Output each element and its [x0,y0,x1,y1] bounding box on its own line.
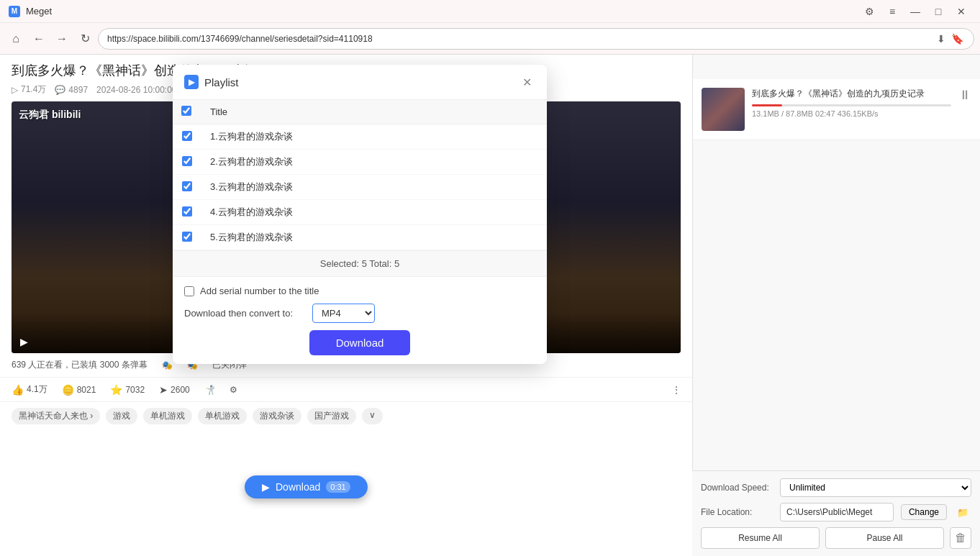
playlist-row: 1.云狗君的游戏杂谈 [173,124,547,150]
row-checkbox-cell [173,175,201,200]
download-item-title: 到底多火爆？《黑神话》创造的九项历史记录 [752,88,951,100]
folder-icon[interactable]: 📁 [954,503,971,521]
pause-download-button[interactable]: ⏸ [958,88,971,103]
tag-misc[interactable]: 游戏杂谈 [253,408,301,424]
serial-number-checkbox[interactable] [184,286,194,296]
file-location-label: File Location: [701,507,773,517]
delete-button[interactable]: 🗑 [950,527,971,549]
close-button[interactable]: ✕ [951,4,971,19]
tag-main[interactable]: 黑神话天命人来也 › [12,408,100,424]
title-column-header: Title [201,100,547,124]
right-panel-bottom-controls: Download Speed: Unlimited File Location:… [692,470,980,556]
download-thumb [702,88,745,131]
row-title-1: 2.云狗君的游戏杂谈 [201,150,547,175]
comment-count: 💬 4897 [55,85,88,95]
row-checkbox-cell [173,225,201,250]
row-title-4: 5.云狗君的游戏杂谈 [201,225,547,250]
home-button[interactable]: ⌂ [6,29,26,49]
tag-domestic[interactable]: 国产游戏 [307,408,356,424]
app-icon: M [9,6,20,17]
resume-all-button[interactable]: Resume All [701,527,820,549]
right-panel: 到底多火爆？《黑神话》创造的九项历史记录 13.1MB / 87.8MB 02:… [692,55,980,556]
row-checkbox-2[interactable] [182,181,192,191]
playlist-row: 5.云狗君的游戏杂谈 [173,225,547,250]
playlist-row: 4.云狗君的游戏杂谈 [173,200,547,225]
play-icon[interactable]: ▶ [20,336,28,347]
convert-row: Download then convert to: MP4 MKV AVI MP… [184,304,535,323]
forward-button[interactable]: → [52,29,72,49]
url-bar: ⬇ 🔖 [98,28,974,50]
view-count: ▷ 71.4万 [12,83,46,96]
select-all-checkbox[interactable] [181,106,191,116]
select-all-header [173,100,201,124]
share-button[interactable]: ➤ 2600 [159,384,190,396]
bookmark-icon[interactable]: 🔖 [949,31,965,47]
file-location-path: C:\Users\Public\Meget [780,503,894,521]
url-input[interactable] [107,34,933,44]
summary-text: Selected: 5 Total: 5 [320,258,399,269]
download-speed-row: Download Speed: Unlimited [701,478,971,497]
more-options[interactable]: ⋮ [672,385,681,395]
favorite-button[interactable]: ⭐ 7032 [110,384,145,396]
download-speed-select[interactable]: Unlimited [780,478,971,497]
serial-number-row: Add serial number to the title [184,286,535,296]
modal-download-button[interactable]: Download [309,330,410,355]
modal-title: Playlist [204,76,512,88]
coin-button[interactable]: 🪙 8021 [62,384,96,396]
nav-bar: ⌂ ← → ↻ ⬇ 🔖 [0,23,980,55]
row-title-0: 1.云狗君的游戏杂谈 [201,124,547,150]
download-progress-fill [752,104,782,106]
minimize-button[interactable]: — [905,4,925,19]
row-checkbox-0[interactable] [182,131,192,141]
tag-expand[interactable]: ∨ [362,408,383,424]
refresh-button[interactable]: ↻ [75,29,95,49]
convert-format-select[interactable]: MP4 MKV AVI MP3 [312,304,375,323]
row-checkbox-cell [173,150,201,175]
modal-close-button[interactable]: ✕ [518,73,535,91]
playlist-row: 3.云狗君的游戏杂谈 [173,175,547,200]
tag-single2[interactable]: 单机游戏 [198,408,247,424]
bili-icon-2[interactable]: ⚙ [230,385,237,395]
bottom-action-row: Resume All Pause All 🗑 [701,527,971,549]
serial-number-label: Add serial number to the title [200,286,319,296]
video-tags: 黑神话天命人来也 › 游戏 单机游戏 单机游戏 游戏杂谈 国产游戏 ∨ [0,402,692,430]
row-checkbox-cell [173,124,201,150]
window-controls: ⚙ ≡ — □ ✕ [859,4,971,19]
download-progress-bar [752,104,951,106]
tag-single[interactable]: 单机游戏 [143,408,192,424]
app-title: Meget [26,6,52,17]
download-item: 到底多火爆？《黑神话》创造的九项历史记录 13.1MB / 87.8MB 02:… [693,79,980,140]
download-float-label: Download [276,481,320,493]
playlist-table: Title 1.云狗君的游戏杂谈 2.云狗君的游戏杂谈 3.云狗君的游戏杂谈 4… [173,100,547,250]
download-float-icon: ▶ [262,481,270,493]
change-location-button[interactable]: Change [901,504,947,520]
maximize-button[interactable]: □ [928,4,948,19]
pause-all-button[interactable]: Pause All [825,527,944,549]
bili-icon-1[interactable]: 🤺 [204,385,215,395]
playlist-modal: ▶ Playlist ✕ Title 1.云狗君的游戏杂谈 2.云狗君的游戏杂谈 [173,65,547,364]
tag-game[interactable]: 游戏 [106,408,137,424]
bili-logo: 云狗君 bilibili [19,109,81,122]
back-button[interactable]: ← [29,29,49,49]
like-button[interactable]: 👍 4.1万 [12,383,47,396]
danmaku-icon[interactable]: 🎭 [162,360,173,370]
download-float-button[interactable]: ▶ Download 0:31 [245,475,368,498]
row-title-2: 3.云狗君的游戏杂谈 [201,175,547,200]
menu-button[interactable]: ≡ [882,4,902,19]
download-page-icon[interactable]: ⬇ [933,31,949,47]
settings-button[interactable]: ⚙ [859,4,879,19]
row-checkbox-3[interactable] [182,206,192,217]
row-checkbox-4[interactable] [182,232,192,242]
row-checkbox-1[interactable] [182,156,192,166]
modal-footer: Add serial number to the title Download … [173,276,547,364]
row-title-3: 4.云狗君的游戏杂谈 [201,200,547,225]
row-checkbox-cell [173,200,201,225]
download-time-badge: 0:31 [326,481,350,493]
convert-label: Download then convert to: [184,308,307,319]
upload-date: 2024-08-26 10:00:00 [96,85,176,95]
playlist-summary: Selected: 5 Total: 5 [173,250,547,276]
modal-header-icon: ▶ [184,75,199,89]
download-speed-label: Download Speed: [701,483,773,493]
playlist-row: 2.云狗君的游戏杂谈 [173,150,547,175]
video-engagement-actions: 👍 4.1万 🪙 8021 ⭐ 7032 ➤ 2600 🤺 ⚙ ⋮ [0,378,692,402]
